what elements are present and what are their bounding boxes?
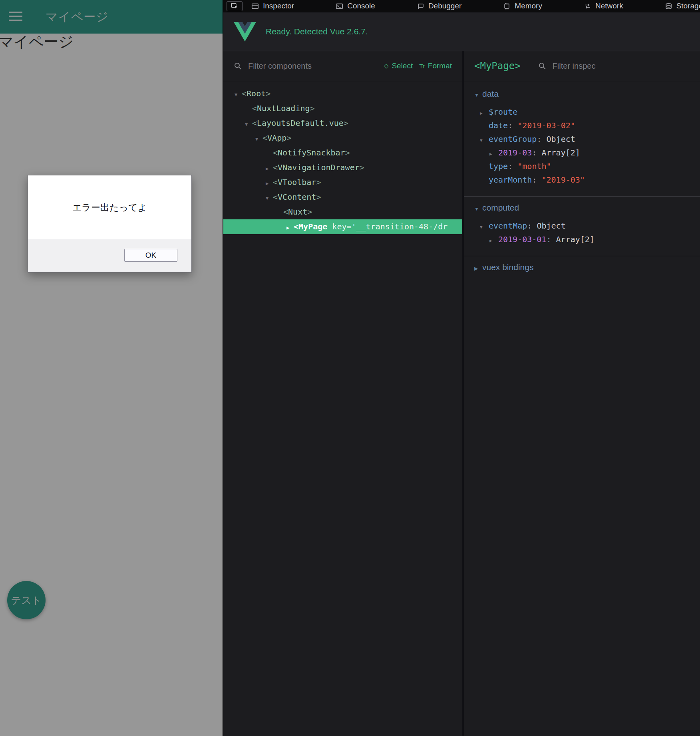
prop-type: type: "month" <box>464 159 700 173</box>
toggle-icon[interactable]: ▼ <box>480 221 489 233</box>
prop-key: 2019-03 <box>498 148 532 157</box>
colon: : <box>532 175 541 185</box>
toggle-icon[interactable]: ▶ <box>480 107 489 119</box>
colon: : <box>546 235 556 244</box>
toggle-icon[interactable]: ▼ <box>474 89 482 101</box>
section-header-computed[interactable]: ▼computed <box>464 201 700 214</box>
inspected-component-title: <MyPage> <box>474 60 521 72</box>
toggle-icon[interactable]: ▶ <box>286 221 294 234</box>
prop-2019-03-01[interactable]: ▶2019-03-01: Array[2] <box>464 233 700 246</box>
tab-console[interactable]: Console <box>336 2 375 10</box>
colon: : <box>532 148 541 157</box>
modal-dim-overlay <box>0 0 223 736</box>
prop-eventGroup[interactable]: ▼eventGroup: Object <box>464 132 700 146</box>
memory-icon <box>503 2 511 10</box>
toggle-icon[interactable]: ▶ <box>489 147 498 159</box>
devtools-panel: InspectorConsoleDebuggerMemoryNetworkSto… <box>223 0 700 736</box>
format-icon: Tr <box>419 63 425 70</box>
component-tag: <VToolbar> <box>273 177 321 187</box>
component-tag: <VNavigationDrawer> <box>273 163 364 172</box>
toggle-icon[interactable]: ▼ <box>255 132 262 145</box>
prop-eventMap[interactable]: ▼eventMap: Object <box>464 219 700 233</box>
prop-$route[interactable]: ▶$route <box>464 105 700 119</box>
vue-ready-status: Ready. Detected Vue 2.6.7. <box>266 27 368 36</box>
alert-dialog: エラー出たってよ OK <box>28 175 192 273</box>
vue-logo-icon <box>234 22 256 42</box>
component-VContent[interactable]: ▼<VContent> <box>223 190 462 205</box>
component-tag: <VContent> <box>273 192 321 202</box>
filter-components-input[interactable] <box>248 62 378 71</box>
component-NotifySnackbar[interactable]: <NotifySnackbar> <box>223 145 462 160</box>
component-NuxtLoading[interactable]: <NuxtLoading> <box>223 101 462 116</box>
toggle-icon[interactable]: ▼ <box>235 88 242 101</box>
component-tree-pane: ◇ Select Tr Format ▼<Root><NuxtLoading>▼… <box>223 51 462 736</box>
component-VApp[interactable]: ▼<VApp> <box>223 131 462 145</box>
alert-message: エラー出たってよ <box>28 175 191 239</box>
tab-storage[interactable]: Storage <box>665 2 700 10</box>
component-LayoutsDefault.vue[interactable]: ▼<LayoutsDefault.vue> <box>223 116 462 131</box>
tab-inspector[interactable]: Inspector <box>251 2 294 10</box>
inspector-toolbar: <MyPage> <box>464 51 700 81</box>
inspector-icon <box>251 2 259 10</box>
toggle-icon[interactable]: ▶ <box>474 262 482 275</box>
prop-value: Object <box>547 134 575 144</box>
vue-devtools-panes: ◇ Select Tr Format ▼<Root><NuxtLoading>▼… <box>223 51 700 736</box>
prop-value: Array[2] <box>541 148 580 157</box>
network-icon <box>584 2 591 10</box>
component-tag: <Nuxt> <box>283 207 312 217</box>
toggle-icon[interactable]: ▼ <box>474 203 482 215</box>
toggle-icon[interactable]: ▼ <box>245 117 252 131</box>
component-Root[interactable]: ▼<Root> <box>223 86 462 101</box>
prop-date: date: "2019-03-02" <box>464 119 700 132</box>
component-MyPage[interactable]: ▶<MyPage key='__transition-48-/dr <box>223 219 462 234</box>
screen: マイページ マイページ テスト エラー出たってよ OK InspectorCon… <box>0 0 700 736</box>
search-icon <box>538 62 546 70</box>
console-icon <box>336 2 343 10</box>
component-filter-toolbar: ◇ Select Tr Format <box>223 51 462 81</box>
toggle-icon[interactable]: ▶ <box>489 234 498 246</box>
tab-label: Memory <box>515 2 542 10</box>
devtools-tabbar: InspectorConsoleDebuggerMemoryNetworkSto… <box>223 0 700 12</box>
tab-memory[interactable]: Memory <box>503 2 542 10</box>
colon: : <box>537 134 546 144</box>
section-header-vuex-bindings[interactable]: ▶vuex bindings <box>464 261 700 274</box>
debugger-icon <box>417 2 424 10</box>
prop-key: 2019-03-01 <box>498 235 546 244</box>
prop-value: "month" <box>517 161 551 171</box>
prop-key: eventGroup <box>489 134 537 144</box>
vue-devtools-statusbar: Ready. Detected Vue 2.6.7. <box>223 12 700 51</box>
toggle-icon[interactable]: ▶ <box>266 161 273 175</box>
component-Nuxt[interactable]: <Nuxt> <box>223 205 462 219</box>
search-icon <box>234 62 242 70</box>
toggle-icon[interactable]: ▼ <box>266 191 273 205</box>
picker-icon <box>231 2 238 10</box>
colon: : <box>508 161 517 171</box>
toggle-icon[interactable]: ▶ <box>266 176 273 190</box>
select-component-button[interactable]: ◇ Select <box>384 62 413 70</box>
component-VToolbar[interactable]: ▶<VToolbar> <box>223 175 462 190</box>
toggle-icon[interactable]: ▼ <box>480 134 489 146</box>
inspector-sections: ▼data▶$routedate: "2019-03-02"▼eventGrou… <box>464 81 700 736</box>
component-tag: <NuxtLoading> <box>252 103 315 113</box>
prop-key: date <box>489 121 508 130</box>
section-header-data[interactable]: ▼data <box>464 88 700 100</box>
element-picker-button[interactable] <box>227 1 243 11</box>
component-tag: <VApp> <box>262 133 291 143</box>
prop-2019-03[interactable]: ▶2019-03: Array[2] <box>464 146 700 159</box>
tab-label: Inspector <box>263 2 294 10</box>
prop-value: "2019-03" <box>541 175 585 185</box>
filter-inspected-data-input[interactable] <box>553 62 690 71</box>
component-VNavigationDrawer[interactable]: ▶<VNavigationDrawer> <box>223 160 462 175</box>
tab-label: Console <box>347 2 375 10</box>
ok-button[interactable]: OK <box>124 249 177 262</box>
section-label: computed <box>482 203 519 212</box>
format-names-button[interactable]: Tr Format <box>419 62 452 70</box>
tab-debugger[interactable]: Debugger <box>417 2 461 10</box>
section-computed: ▼computed▼eventMap: Object▶2019-03-01: A… <box>464 196 700 251</box>
devtools-tabs: InspectorConsoleDebuggerMemoryNetworkSto… <box>251 2 700 10</box>
storage-icon <box>665 2 672 10</box>
section-label: data <box>482 89 499 98</box>
component-tree: ▼<Root><NuxtLoading>▼<LayoutsDefault.vue… <box>223 81 462 736</box>
tab-network[interactable]: Network <box>584 2 623 10</box>
alert-footer: OK <box>28 239 191 272</box>
